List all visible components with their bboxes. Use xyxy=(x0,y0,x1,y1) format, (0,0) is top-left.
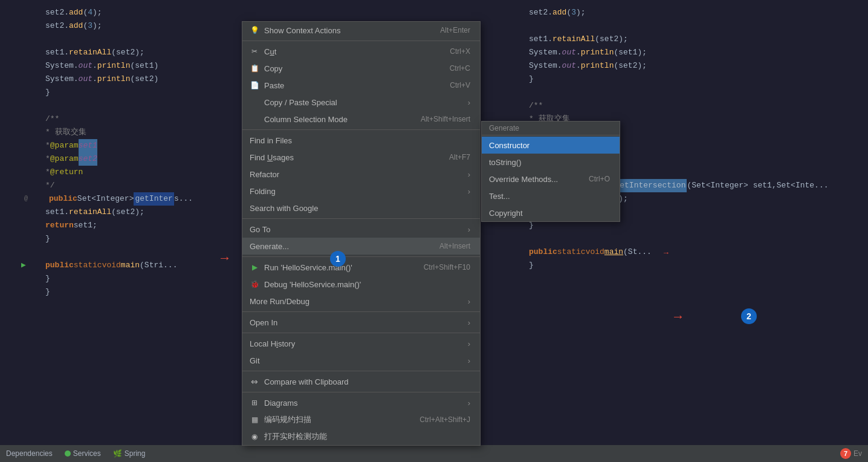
menu-divider xyxy=(242,41,480,41)
menu-divider xyxy=(242,371,480,371)
menu-divider xyxy=(242,129,480,130)
menu-item-find-in-files[interactable]: Find in Files xyxy=(242,132,480,149)
menu-divider xyxy=(242,256,480,257)
step-1-circle: 1 xyxy=(330,251,346,267)
menu-shortcut: Ctrl+O xyxy=(589,175,610,183)
menu-item-code-scan[interactable]: ▦ 编码规约扫描 Ctrl+Alt+Shift+J xyxy=(242,411,480,428)
run-icon: ▶ xyxy=(250,262,259,272)
submenu-arrow-icon: › xyxy=(468,356,470,365)
submenu-arrow-icon: › xyxy=(468,399,470,408)
menu-item-column-selection[interactable]: Column Selection Mode Alt+Shift+Insert xyxy=(242,111,480,128)
menu-item-test[interactable]: Test... xyxy=(482,187,620,204)
step-2-circle: 2 xyxy=(741,308,757,324)
code-line-r xyxy=(529,86,868,99)
menu-shortcut: Alt+Enter xyxy=(440,26,470,34)
menu-divider xyxy=(242,311,480,312)
menu-divider xyxy=(242,392,480,392)
menu-item-override-methods[interactable]: Override Methods... Ctrl+O xyxy=(482,171,620,187)
submenu-arrow-icon: › xyxy=(468,170,470,179)
paste-icon: 📄 xyxy=(250,80,259,90)
menu-shortcut: Alt+Insert xyxy=(439,242,470,250)
menu-item-local-history[interactable]: Local History › xyxy=(242,335,480,352)
compare-icon: ⇔ xyxy=(250,377,259,386)
menu-item-paste[interactable]: 📄 Paste Ctrl+V xyxy=(242,77,480,94)
menu-label: Local History xyxy=(250,339,295,348)
code-line-r xyxy=(529,232,868,246)
status-area: 7 Ev xyxy=(840,448,862,459)
dependencies-label: Dependencies xyxy=(6,449,53,458)
code-line: set2.add(4); xyxy=(45,6,490,19)
spring-tab[interactable]: 🌿 Spring xyxy=(113,449,146,458)
menu-shortcut: Ctrl+V xyxy=(450,81,470,89)
menu-item-go-to[interactable]: Go To › xyxy=(242,221,480,238)
menu-label: Search with Google xyxy=(250,204,318,213)
submenu-arrow-icon: › xyxy=(468,297,470,306)
menu-item-show-context-actions[interactable]: 💡 Show Context Actions Alt+Enter xyxy=(242,22,480,39)
menu-label: More Run/Debug xyxy=(250,297,309,306)
code-line-r: System.out.println(set2); xyxy=(529,59,868,73)
menu-item-search-google[interactable]: Search with Google xyxy=(242,200,480,216)
menu-label: 打开实时检测功能 xyxy=(264,431,327,442)
submenu-arrow-icon: › xyxy=(468,98,470,107)
menu-item-open-in[interactable]: Open In › xyxy=(242,314,480,331)
generate-title: Generate xyxy=(482,122,620,135)
menu-label: Git xyxy=(250,356,260,365)
menu-item-constructor[interactable]: Constructor xyxy=(482,137,620,154)
menu-item-copyright[interactable]: Copyright xyxy=(482,204,620,221)
code-line-r xyxy=(529,19,868,33)
scan-icon: ▦ xyxy=(250,415,259,425)
bulb-icon: 💡 xyxy=(250,25,259,35)
submenu-arrow-icon: › xyxy=(468,187,470,196)
menu-label: Show Context Actions xyxy=(264,26,340,35)
menu-shortcut: Ctrl+Shift+F10 xyxy=(424,263,470,272)
menu-item-generate[interactable]: Generate... Alt+Insert xyxy=(242,238,480,255)
menu-label: 编码规约扫描 xyxy=(264,414,311,425)
menu-label: Copyright xyxy=(489,209,523,218)
menu-item-debug[interactable]: 🐞 Debug 'HelloService.main()' xyxy=(242,276,480,293)
spacer-icon xyxy=(250,114,259,124)
menu-item-git[interactable]: Git › xyxy=(242,352,480,369)
menu-item-refactor[interactable]: Refactor › xyxy=(242,166,480,183)
context-menu[interactable]: 💡 Show Context Actions Alt+Enter ✂ Cut C… xyxy=(242,21,481,446)
code-line-r: set1.retainAll(set2); xyxy=(529,33,868,46)
services-tab[interactable]: Services xyxy=(65,449,101,458)
spring-label: Spring xyxy=(125,449,146,458)
menu-label: Override Methods... xyxy=(489,175,558,184)
menu-divider xyxy=(242,218,480,219)
event-label: Ev xyxy=(853,449,862,458)
submenu-arrow-icon: › xyxy=(468,225,470,234)
menu-label: Generate... xyxy=(250,242,289,251)
menu-item-run[interactable]: ▶ Run 'HelloService.main()' Ctrl+Shift+F… xyxy=(242,259,480,276)
menu-shortcut: Alt+F7 xyxy=(449,153,470,161)
dependencies-tab[interactable]: Dependencies xyxy=(6,449,53,458)
menu-shortcut: Ctrl+Alt+Shift+J xyxy=(419,415,470,424)
menu-item-copy[interactable]: 📋 Copy Ctrl+C xyxy=(242,60,480,77)
menu-item-copy-paste-special[interactable]: Copy / Paste Special › xyxy=(242,94,480,111)
menu-label: Find Usages xyxy=(250,153,294,162)
menu-item-find-usages[interactable]: Find Usages Alt+F7 xyxy=(242,149,480,166)
menu-label: Debug 'HelloService.main()' xyxy=(264,280,361,289)
services-dot-icon xyxy=(65,451,71,457)
menu-label: Copy / Paste Special xyxy=(264,98,337,107)
menu-label: Refactor xyxy=(250,170,279,179)
spacer-icon xyxy=(250,97,259,107)
menu-divider xyxy=(242,333,480,333)
generate-submenu[interactable]: Generate Constructor toString() Override… xyxy=(481,121,620,222)
event-badge-item[interactable]: 7 Ev xyxy=(840,448,862,459)
menu-item-folding[interactable]: Folding › xyxy=(242,183,480,200)
menu-label: Folding xyxy=(250,187,276,196)
menu-item-more-run-debug[interactable]: More Run/Debug › xyxy=(242,293,480,310)
bottom-bar: Dependencies Services 🌿 Spring 7 Ev xyxy=(0,445,868,462)
code-line-r: set2.add(3); xyxy=(529,6,868,19)
menu-item-diagrams[interactable]: ⊞ Diagrams › xyxy=(242,394,480,411)
menu-item-cut[interactable]: ✂ Cut Ctrl+X xyxy=(242,43,480,60)
menu-item-realtime-detect[interactable]: ◉ 打开实时检测功能 xyxy=(242,428,480,445)
menu-item-compare-clipboard[interactable]: ⇔ Compare with Clipboard xyxy=(242,373,480,390)
red-arrow-1: → xyxy=(221,251,228,266)
menu-item-tostring[interactable]: toString() xyxy=(482,154,620,171)
code-line-r: public static void main(St... → xyxy=(529,246,868,259)
submenu-arrow-icon: › xyxy=(468,318,470,327)
editor-right[interactable]: set2.add(3); set1.retainAll(set2); Syste… xyxy=(517,0,868,460)
red-arrow-2: → xyxy=(674,310,682,325)
menu-label: Open In xyxy=(250,318,277,327)
